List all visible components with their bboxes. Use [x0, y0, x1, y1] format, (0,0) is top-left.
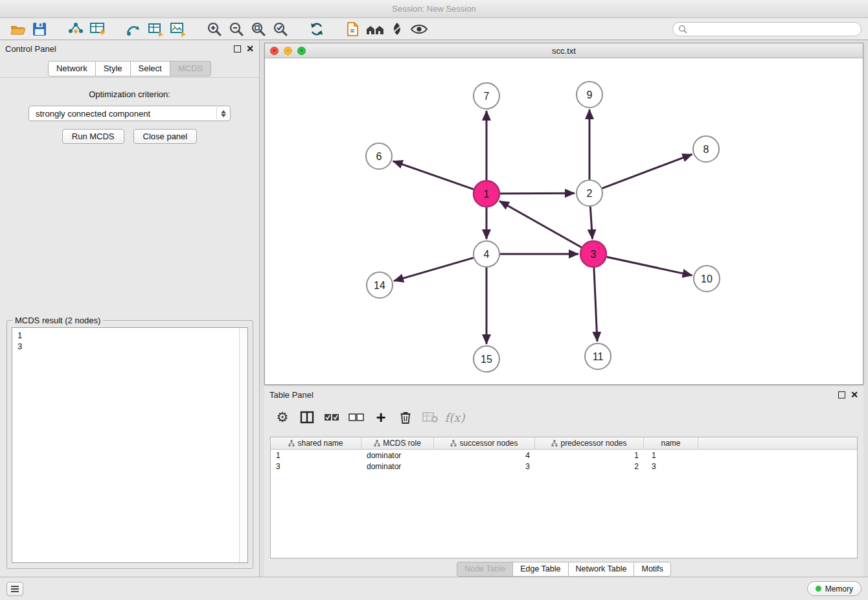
function-builder-button[interactable]: f(x) — [444, 407, 465, 428]
table-cell-predecessor_nodes[interactable]: 1 — [535, 451, 644, 460]
result-scrollbar[interactable] — [239, 328, 247, 562]
table-cell-mcds_role[interactable]: dominator — [361, 462, 434, 471]
graph-edge-3-10[interactable] — [607, 257, 692, 275]
column-visibility-button[interactable] — [297, 407, 317, 428]
open-file-button[interactable] — [6, 19, 29, 39]
show-graphics-details-button[interactable] — [408, 19, 430, 39]
run-mcds-button[interactable]: Run MCDS — [62, 129, 124, 144]
graph-edge-1-2[interactable] — [500, 193, 575, 194]
zoom-window-icon[interactable]: + — [297, 47, 306, 55]
graph-node-label-9: 9 — [587, 89, 593, 100]
export-table-button[interactable] — [145, 19, 167, 39]
home-layout-button[interactable] — [364, 19, 386, 39]
control-panel-header: Control Panel ✕ — [0, 40, 259, 57]
select-all-icon — [324, 412, 339, 422]
table-cell-shared_name[interactable]: 3 — [271, 462, 361, 471]
result-line: 1 — [17, 330, 242, 341]
table-settings-button[interactable]: ⚙ — [272, 407, 293, 428]
visual-style-icon — [389, 21, 405, 38]
tab-select[interactable]: Select — [130, 61, 170, 76]
export-image-icon — [169, 21, 187, 38]
table-panel-title: Table Panel — [269, 390, 314, 400]
close-panel-icon[interactable]: ✕ — [246, 44, 254, 53]
result-line: 3 — [17, 341, 242, 352]
float-table-panel-icon[interactable] — [838, 391, 845, 398]
graph-edge-3-11[interactable] — [594, 268, 597, 341]
network-canvas[interactable]: 7968124314101511 — [265, 58, 863, 384]
zoom-out-button[interactable] — [225, 19, 247, 39]
graph-node-label-7: 7 — [484, 91, 490, 102]
refresh-view-button[interactable] — [306, 19, 328, 39]
status-menu-button[interactable] — [6, 582, 23, 596]
graph-edge-2-3[interactable] — [590, 207, 592, 239]
tab-style[interactable]: Style — [95, 61, 130, 76]
node-table-body: 1dominator4113dominator323 — [271, 450, 857, 472]
import-network-button[interactable] — [65, 19, 87, 39]
deselect-all-rows-button[interactable] — [346, 407, 367, 428]
table-cell-successor_nodes[interactable]: 3 — [434, 462, 535, 471]
table-cell-predecessor_nodes[interactable]: 2 — [535, 462, 644, 471]
close-panel-button[interactable]: Close panel — [133, 129, 198, 144]
mcds-result-title: MCDS result (2 nodes) — [12, 316, 103, 325]
import-network-icon — [67, 21, 85, 38]
import-table-button[interactable] — [87, 19, 109, 39]
copy-view-button[interactable] — [342, 19, 364, 39]
table-row[interactable]: 1dominator411 — [271, 450, 857, 461]
column-header-predecessor-nodes[interactable]: predecessor nodes — [535, 437, 644, 449]
table-cell-name[interactable]: 3 — [644, 462, 698, 471]
minimize-window-icon[interactable]: − — [284, 47, 292, 55]
new-network-from-selection-button[interactable] — [123, 19, 145, 39]
zoom-selected-button[interactable] — [269, 19, 291, 39]
graph-edge-2-8[interactable] — [602, 154, 692, 188]
memory-button[interactable]: Memory — [807, 581, 862, 596]
add-column-button[interactable]: + — [371, 407, 391, 428]
export-table-icon — [147, 21, 165, 38]
tab-motifs[interactable]: Motifs — [634, 562, 670, 577]
graph-edge-1-6[interactable] — [393, 161, 474, 189]
export-image-button[interactable] — [167, 19, 189, 39]
column-header-shared-name[interactable]: shared name — [271, 437, 361, 449]
table-row[interactable]: 3dominator323 — [271, 461, 857, 472]
graph-edge-3-1[interactable] — [499, 201, 582, 247]
memory-status-icon — [816, 586, 821, 592]
mcds-result-textarea[interactable]: 13 — [12, 327, 248, 563]
graph-edge-4-14[interactable] — [394, 258, 474, 281]
mcds-result-group: MCDS result (2 nodes) 13 — [6, 320, 253, 569]
tab-network-table[interactable]: Network Table — [568, 562, 634, 577]
column-header-mcds-role[interactable]: MCDS role — [361, 437, 434, 449]
table-cell-name[interactable]: 1 — [644, 451, 698, 460]
table-cell-shared_name[interactable]: 1 — [271, 451, 361, 460]
graph-node-label-10: 10 — [701, 273, 713, 284]
tab-edge-table[interactable]: Edge Table — [512, 562, 567, 577]
delete-column-button[interactable] — [395, 407, 416, 428]
criterion-dropdown-value: strongly connected component — [36, 109, 150, 119]
float-panel-icon[interactable] — [234, 45, 241, 52]
close-table-panel-icon[interactable]: ✕ — [851, 390, 858, 399]
tab-node-table[interactable]: Node Table — [457, 562, 512, 577]
zoom-fit-button[interactable] — [247, 19, 269, 39]
save-session-button[interactable] — [29, 19, 51, 39]
search-box[interactable] — [672, 22, 862, 36]
tab-network[interactable]: Network — [48, 61, 95, 76]
network-window-title: scc.txt — [552, 46, 576, 56]
column-tree-icon — [450, 440, 457, 446]
close-window-icon[interactable]: × — [270, 47, 279, 55]
select-all-rows-button[interactable] — [321, 407, 342, 428]
column-header-successor-nodes[interactable]: successor nodes — [434, 437, 535, 449]
graph-node-label-11: 11 — [593, 351, 604, 362]
delete-table-button[interactable] — [420, 407, 440, 428]
criterion-dropdown[interactable]: strongly connected component — [29, 106, 231, 121]
network-window-titlebar[interactable]: × − + scc.txt — [265, 43, 863, 58]
zoom-in-button[interactable] — [203, 19, 225, 39]
table-cell-mcds_role[interactable]: dominator — [361, 451, 434, 460]
control-panel-title: Control Panel — [5, 44, 56, 54]
hamburger-icon — [10, 585, 19, 593]
node-table-header: shared name MCDS role successor nodes pr… — [271, 437, 857, 450]
table-cell-successor_nodes[interactable]: 4 — [434, 451, 535, 460]
mcds-result-lines: 13 — [12, 328, 247, 354]
search-input[interactable] — [691, 25, 856, 34]
tab-mcds[interactable]: MCDS — [170, 61, 211, 76]
column-header-name[interactable]: name — [644, 437, 698, 449]
visual-style-button[interactable] — [386, 19, 408, 39]
node-table: shared name MCDS role successor nodes pr… — [270, 437, 858, 559]
